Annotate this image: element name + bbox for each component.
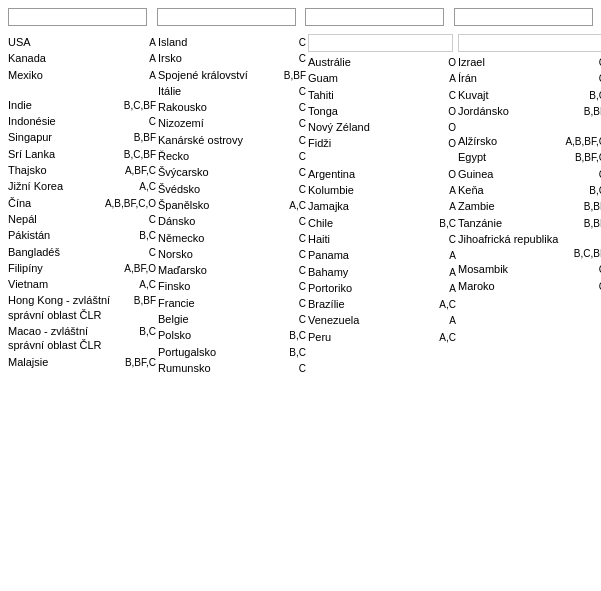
list-item: PolskoB,C [158,327,306,343]
country-name: Portoriko [308,281,426,295]
country-code: A,B,BF,C,O [105,198,156,209]
list-item: FilipínyA,BF,O [8,260,156,276]
search-input-2[interactable] [157,8,296,26]
country-code: C [576,281,601,292]
list-item: EgyptB,BF,C [458,149,601,165]
list-item: BangladéšC [8,244,156,260]
country-name: Dánsko [158,214,276,228]
list-item: BrazílieA,C [308,296,456,312]
list-item: RakouskoC [158,99,306,115]
country-name: Thajsko [8,163,125,177]
country-code: C [276,249,306,260]
country-name: Malajsie [8,355,125,369]
country-name: Maďarsko [158,263,276,277]
search-input-3[interactable] [305,8,444,26]
country-code: C [126,214,156,225]
country-name: Island [158,35,276,49]
country-code: C [276,167,306,178]
country-code: A [426,185,456,196]
country-code: C [276,86,306,97]
column-3: AustrálieOGuamATahitiCTongaONový ZélandO… [308,34,456,345]
list-item: GuineaC [458,166,601,182]
country-name: Indie [8,98,124,112]
list-item: ŠvédskoC [158,181,306,197]
country-name: Venezuela [308,313,426,327]
country-name: Bangladéš [8,245,126,259]
list-item: KuvajtB,C [458,87,601,103]
search-input-4[interactable] [454,8,593,26]
country-name: Belgie [158,312,276,326]
country-code: A,BF,O [124,263,156,274]
country-name: USA [8,35,126,49]
country-code: C [276,135,306,146]
list-item: PeruA,C [308,329,456,345]
country-code: C [276,151,306,162]
list-item: ŠpanělskoA,C [158,197,306,213]
country-name: Irsko [158,51,276,65]
country-name: Řecko [158,149,276,163]
country-code: B,C [576,185,601,196]
country-name: Mosambik [458,262,576,276]
country-name: Rakousko [158,100,276,114]
country-code: C [276,118,306,129]
country-name: Kuvajt [458,88,576,102]
country-name: Francie [158,296,276,310]
country-name: Macao - zvláštní správní oblast ČLR [8,324,126,353]
country-code: C [276,298,306,309]
country-code: B,BF [576,106,601,117]
col-header-4[interactable] [458,34,601,52]
list-item: IndonésieC [8,113,156,129]
country-name: Jamajka [308,199,426,213]
country-name: Spojené království [158,68,276,82]
col-header-3[interactable] [308,34,453,52]
list-item: Kanárské ostrovyC [158,132,306,148]
list-item [8,83,156,97]
country-code: B,C [276,347,306,358]
column-2: IslandCIrskoCSpojené královstvíB,BFItáli… [158,34,306,376]
country-name: Tonga [308,104,426,118]
country-code: B,C,BF [574,248,601,259]
country-code: C [426,234,456,245]
list-item: IzraelC [458,54,601,70]
country-code: C [576,73,601,84]
page-container: USAAKanadaAMexikoAIndieB,C,BFIndonésieCS… [8,8,593,376]
list-item: KeňaB,C [458,182,601,198]
list-item: NěmeckoC [158,230,306,246]
country-code: A [426,283,456,294]
list-item: ŘeckoC [158,148,306,164]
list-item: ChileB,C [308,215,456,231]
list-item: FrancieC [158,295,306,311]
country-name: Pákistán [8,228,126,242]
country-code: C [276,363,306,374]
country-name: Fidži [308,136,426,150]
list-item: ZambieB,BF [458,198,601,214]
country-name: Španělsko [158,198,276,212]
country-name: Indonésie [8,114,126,128]
country-name: Guinea [458,167,576,181]
country-name: Brazílie [308,297,426,311]
country-code: C [276,53,306,64]
country-name: Guam [308,71,426,85]
country-code: A [426,267,456,278]
country-code: A [126,53,156,64]
country-name: Kanárské ostrovy [158,133,276,147]
country-code: C [276,102,306,113]
country-code: A [126,37,156,48]
country-code: C [576,264,601,275]
country-name: Německo [158,231,276,245]
country-code: O [426,122,456,133]
country-name: Filipíny [8,261,124,275]
list-item: PanamaA [308,247,456,263]
list-item: ŠvýcarskoC [158,164,306,180]
country-name: Austrálie [308,55,426,69]
search-input-1[interactable] [8,8,147,26]
list-item: TongaO [308,103,456,119]
country-code: O [426,138,456,149]
list-item: AustrálieO [308,54,456,70]
column-1: USAAKanadaAMexikoAIndieB,C,BFIndonésieCS… [8,34,156,370]
country-name: Norsko [158,247,276,261]
list-item: KolumbieA [308,182,456,198]
list-item: MosambikC [458,261,601,277]
list-item: DánskoC [158,213,306,229]
country-name: Írán [458,71,576,85]
